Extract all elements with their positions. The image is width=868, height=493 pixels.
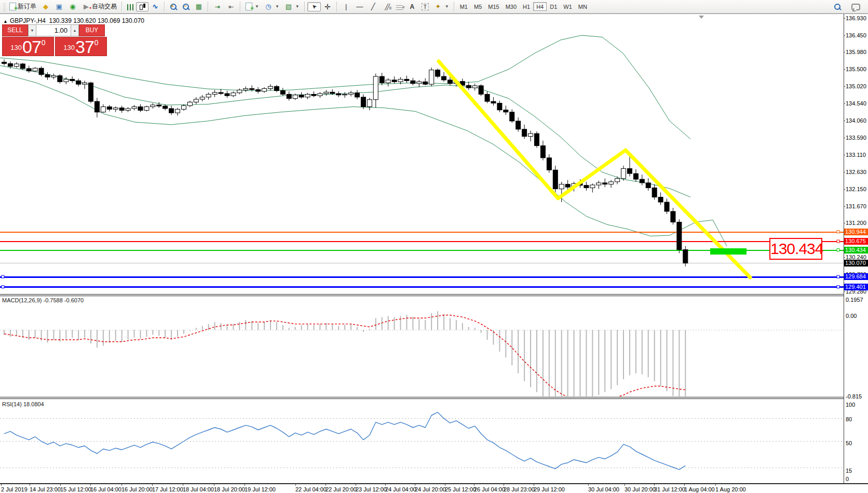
price-chart-canvas[interactable] xyxy=(0,15,844,294)
auto-scroll-button[interactable]: ⇥ xyxy=(211,2,224,11)
line-handle[interactable] xyxy=(837,286,839,288)
chart-window-button[interactable]: ▣ xyxy=(52,2,66,11)
linechart-icon: ∿ xyxy=(151,3,159,11)
equidistant-channel-button[interactable]: ╱╱ xyxy=(380,2,394,11)
horizontal-line-button[interactable]: — xyxy=(353,2,367,11)
time-axis-label: 28 Jul 23:00 xyxy=(504,486,535,492)
timeframe-d1-button[interactable]: D1 xyxy=(547,2,560,11)
volume-up-button[interactable]: ▲ xyxy=(71,24,79,36)
vertical-line-button[interactable]: | xyxy=(340,2,353,11)
chart-shift-button[interactable]: ⇤ xyxy=(224,2,238,11)
chat-icon[interactable] xyxy=(849,2,863,11)
toolbar-grip[interactable] xyxy=(3,2,6,11)
crosshair-button[interactable]: ✛ xyxy=(321,2,334,11)
price-axis-tick-label: 131.670 xyxy=(846,203,866,209)
line-chart-button[interactable]: ∿ xyxy=(148,2,162,11)
trendline-yellow[interactable] xyxy=(439,61,750,277)
candle-body xyxy=(138,107,143,111)
buy-button[interactable]: BUY xyxy=(79,24,105,36)
line-handle[interactable] xyxy=(2,275,4,278)
line-handle[interactable] xyxy=(2,286,4,288)
time-axis-tick xyxy=(474,484,474,486)
line-handle[interactable] xyxy=(837,275,839,278)
sell-price-pips: 07 xyxy=(22,39,41,55)
macd-canvas[interactable] xyxy=(0,296,844,396)
indicators-button[interactable]: ▧▼ xyxy=(282,2,302,11)
chart-shift-marker[interactable] xyxy=(699,16,704,19)
time-axis[interactable]: 2 Jul 201914 Jul 23:0015 Jul 12:0016 Jul… xyxy=(0,483,868,493)
cursor-button[interactable]: ➤ xyxy=(307,2,321,11)
chevron-down-icon[interactable]: ▼ xyxy=(295,4,300,9)
candle-body xyxy=(2,62,7,64)
candle-body xyxy=(603,183,607,184)
autotrading-button[interactable]: ▶自动交易 xyxy=(79,2,119,11)
candle-body xyxy=(640,179,644,183)
candle-body xyxy=(540,145,545,157)
candle-body xyxy=(14,64,19,66)
candle-body xyxy=(683,250,688,263)
chevron-down-icon[interactable]: ▼ xyxy=(255,4,259,9)
time-axis-label: 29 Jul 12:00 xyxy=(534,486,565,492)
label-button[interactable]: T xyxy=(419,2,431,11)
buy-price-display[interactable]: 130 37 0 xyxy=(55,37,107,56)
rsi-canvas[interactable] xyxy=(0,399,844,483)
new-chart-button[interactable]: ▼ xyxy=(243,2,262,11)
clock-icon: ◷ xyxy=(264,3,273,11)
candle-body xyxy=(76,81,81,84)
timeframe-m5-button[interactable]: M5 xyxy=(471,2,485,11)
bar-chart-button[interactable] xyxy=(125,2,136,11)
timeframe-m15-button[interactable]: M15 xyxy=(485,2,502,11)
candle-body xyxy=(94,101,99,112)
trendline-button[interactable]: ╱ xyxy=(367,2,380,11)
timeframe-w1-button[interactable]: W1 xyxy=(560,2,575,11)
time-axis-label: 22 Jul 20:00 xyxy=(326,486,357,492)
collapse-panel-icon[interactable]: ▲ xyxy=(3,19,8,24)
market-watch-icon[interactable]: ◆ xyxy=(39,2,52,11)
price-annotation-label[interactable]: 130.434 xyxy=(769,238,822,260)
candle-body xyxy=(219,92,223,94)
time-axis-label: 16 Jul 20:00 xyxy=(121,486,153,492)
tile-windows-button[interactable]: ▦ xyxy=(192,2,206,11)
one-click-trading-panel: SELL ▼ ▲ BUY 130 07 0 130 37 0 xyxy=(2,24,107,56)
time-axis-tick xyxy=(214,484,214,486)
timeframe-m1-button[interactable]: M1 xyxy=(457,2,471,11)
volume-down-button[interactable]: ▼ xyxy=(28,24,36,36)
candle-body xyxy=(584,185,589,188)
time-axis-label: 18 Jul 20:00 xyxy=(214,486,245,492)
candlestick-chart-button[interactable] xyxy=(136,2,148,11)
text-button[interactable]: A xyxy=(405,2,419,11)
line-handle[interactable] xyxy=(837,249,839,251)
candle-body xyxy=(305,94,310,97)
zoom-out-button[interactable] xyxy=(180,2,192,11)
timeframe-mn-button[interactable]: MN xyxy=(575,2,590,11)
fibonacci-button[interactable] xyxy=(394,2,405,11)
chevron-down-icon[interactable]: ▼ xyxy=(445,4,449,9)
search-icon[interactable] xyxy=(831,2,844,11)
timeframe-h4-button[interactable]: H4 xyxy=(533,2,547,11)
rectangle-green[interactable] xyxy=(710,248,747,255)
candle-body xyxy=(627,168,632,174)
candle-body xyxy=(677,222,682,250)
tile-icon: ▦ xyxy=(195,3,203,11)
rsi-panel-separator[interactable] xyxy=(0,397,868,399)
level-price-tag: 130.434 xyxy=(844,247,868,254)
periods-button[interactable]: ◷▼ xyxy=(262,2,282,11)
rsi-axis-label: 0 xyxy=(846,476,849,482)
zoom-in-button[interactable] xyxy=(167,2,180,11)
timeframe-m30-button[interactable]: M30 xyxy=(503,2,520,11)
arrows-button[interactable]: ✦▼ xyxy=(431,2,452,11)
new-order-icon xyxy=(9,3,16,10)
candle-body xyxy=(299,95,304,97)
signals-button[interactable]: ◉ xyxy=(66,2,79,11)
time-axis-label: 18 Jul 04:00 xyxy=(183,486,214,492)
volume-input[interactable] xyxy=(36,24,71,36)
line-handle[interactable] xyxy=(837,240,839,243)
chevron-down-icon[interactable]: ▼ xyxy=(275,4,279,9)
candle-body xyxy=(510,112,514,121)
new-order-button[interactable]: 新订单 xyxy=(7,2,39,11)
line-handle[interactable] xyxy=(837,231,839,233)
sell-button[interactable]: SELL xyxy=(2,24,28,36)
timeframe-h1-button[interactable]: H1 xyxy=(520,2,533,11)
level-price-tag: 130.675 xyxy=(844,238,868,245)
sell-price-display[interactable]: 130 07 0 xyxy=(2,37,54,56)
